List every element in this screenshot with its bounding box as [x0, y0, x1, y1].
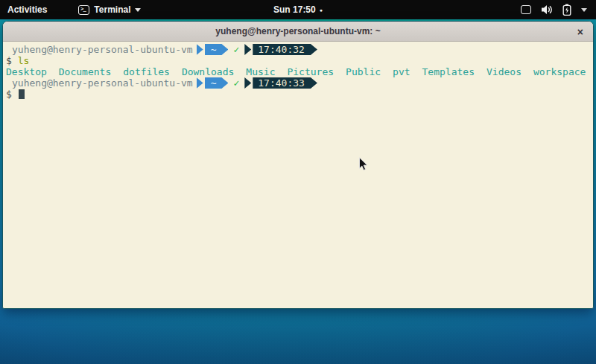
activities-button[interactable]: Activities: [0, 0, 54, 19]
directory-name: Public: [346, 66, 381, 77]
directory-name: Videos: [486, 66, 522, 77]
powerline-arrow-icon: [244, 77, 251, 89]
directory-name: workspace: [533, 66, 586, 77]
input-line: $: [6, 89, 590, 100]
prompt-line-2: yuheng@henry-personal-ubuntu-vm ~ ✓ 17:4…: [6, 77, 590, 89]
command-line: $ ls: [6, 55, 590, 66]
app-menu-terminal[interactable]: >_ Terminal: [71, 0, 148, 19]
battery-charging-icon: [562, 4, 571, 16]
typed-command: ls: [18, 55, 30, 66]
system-tray[interactable]: [512, 0, 596, 19]
directory-name: Downloads: [182, 66, 234, 77]
text-cursor: [19, 89, 25, 99]
notification-dot: ●: [320, 7, 323, 13]
close-button[interactable]: ×: [577, 22, 583, 42]
powerline-arrow-icon: [244, 44, 251, 55]
chevron-down-icon: [581, 8, 587, 12]
clock-label: Sun 17:50: [273, 4, 316, 15]
ls-output-line: Desktop Documents dotfiles Downloads Mus…: [6, 66, 590, 77]
directory-name: Pictures: [287, 66, 334, 77]
powerline-arrow-icon: [197, 77, 203, 89]
prompt-path-segment: ~: [205, 77, 229, 89]
terminal-app-icon: >_: [78, 5, 89, 15]
prompt-line-1: yuheng@henry-personal-ubuntu-vm ~ ✓ 17:4…: [6, 44, 590, 55]
app-menu-label: Terminal: [94, 4, 130, 15]
status-check-icon: ✓: [233, 77, 239, 89]
window-titlebar[interactable]: yuheng@henry-personal-ubuntu-vm: ~ ×: [3, 22, 593, 42]
status-check-icon: ✓: [233, 44, 239, 55]
top-bar: Activities >_ Terminal Sun 17:50 ●: [0, 0, 596, 19]
chevron-down-icon: [135, 8, 141, 12]
activities-label: Activities: [7, 4, 47, 15]
directory-name: Desktop: [6, 66, 47, 77]
volume-icon: [541, 4, 553, 15]
terminal-content[interactable]: yuheng@henry-personal-ubuntu-vm ~ ✓ 17:4…: [3, 42, 593, 308]
prompt-path-segment: ~: [205, 44, 229, 55]
terminal-window: yuheng@henry-personal-ubuntu-vm: ~ × yuh…: [2, 21, 594, 309]
directory-name: pvt: [393, 66, 410, 77]
powerline-arrow-icon: [197, 44, 203, 55]
prompt-user-host: yuheng@henry-personal-ubuntu-vm: [12, 44, 193, 55]
desktop: { "topbar": { "activities_label": "Activ…: [0, 0, 596, 364]
prompt-time-segment: 17:40:33: [253, 77, 317, 89]
prompt-user-host: yuheng@henry-personal-ubuntu-vm: [12, 77, 193, 89]
prompt-dollar: $: [6, 89, 12, 100]
prompt-time-segment: 17:40:32: [253, 44, 317, 55]
mouse-cursor-icon: [358, 157, 369, 172]
directory-name: Documents: [59, 66, 111, 77]
directory-name: dotfiles: [123, 66, 170, 77]
prompt-dollar: $: [6, 55, 12, 66]
screen-icon: [521, 5, 531, 14]
window-title: yuheng@henry-personal-ubuntu-vm: ~: [215, 26, 380, 36]
directory-name: Templates: [422, 66, 475, 77]
directory-name: Music: [246, 66, 275, 77]
